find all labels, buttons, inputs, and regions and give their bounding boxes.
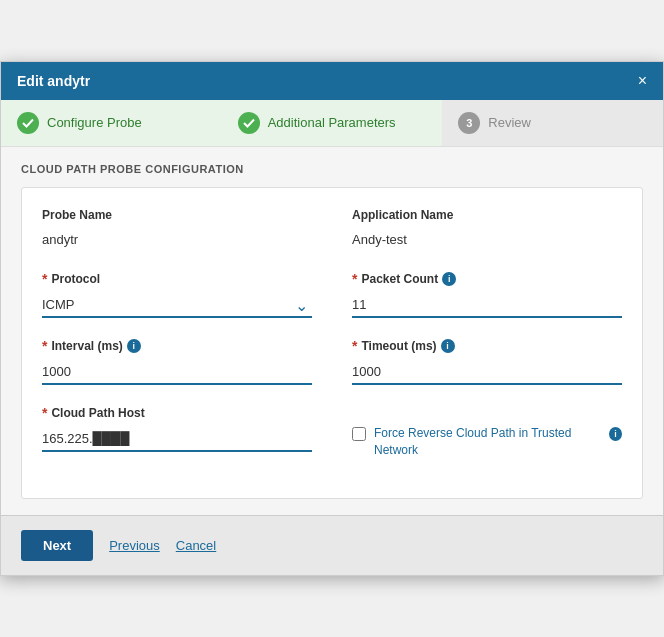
modal-title: Edit andytr [17, 73, 90, 89]
info-icon-interval[interactable]: i [127, 339, 141, 353]
interval-group: * Interval (ms) i [42, 338, 312, 385]
step-circle-1 [17, 112, 39, 134]
timeout-label: * Timeout (ms) i [352, 338, 622, 354]
modal-body: CLOUD PATH PROBE CONFIGURATION Probe Nam… [1, 147, 663, 516]
packet-count-input[interactable] [352, 293, 622, 318]
step-label-2: Additional Parameters [268, 115, 396, 130]
info-icon-force-reverse[interactable]: i [609, 427, 622, 441]
protocol-select[interactable]: ICMP TCP UDP [42, 293, 312, 318]
form-card: Probe Name andytr Application Name Andy-… [21, 187, 643, 500]
modal: Edit andytr × Configure Probe Additional… [0, 61, 664, 577]
required-star-timeout: * [352, 338, 357, 354]
wizard-steps: Configure Probe Additional Parameters 3 … [1, 100, 663, 147]
next-button[interactable]: Next [21, 530, 93, 561]
packet-count-label: * Packet Count i [352, 271, 622, 287]
step-label-3: Review [488, 115, 531, 130]
previous-button[interactable]: Previous [109, 538, 160, 553]
cloud-path-host-input[interactable] [42, 427, 312, 452]
probe-name-label: Probe Name [42, 208, 312, 222]
app-name-label: Application Name [352, 208, 622, 222]
probe-name-value: andytr [42, 228, 312, 251]
interval-label: * Interval (ms) i [42, 338, 312, 354]
wizard-step-2[interactable]: Additional Parameters [222, 100, 443, 146]
form-row-interval: * Interval (ms) i * Timeout (ms) i [42, 338, 622, 385]
force-reverse-label[interactable]: Force Reverse Cloud Path in Trusted Netw… [374, 425, 605, 459]
wizard-step-1[interactable]: Configure Probe [1, 100, 222, 146]
app-name-value: Andy-test [352, 228, 622, 251]
form-row-names: Probe Name andytr Application Name Andy-… [42, 208, 622, 251]
required-star-host: * [42, 405, 47, 421]
protocol-select-wrapper[interactable]: ICMP TCP UDP ⌄ [42, 293, 312, 318]
close-icon[interactable]: × [638, 72, 647, 90]
packet-count-group: * Packet Count i [352, 271, 622, 318]
cloud-path-host-group: * Cloud Path Host [42, 405, 312, 459]
form-row-protocol: * Protocol ICMP TCP UDP ⌄ * [42, 271, 622, 318]
interval-input[interactable] [42, 360, 312, 385]
wizard-step-3[interactable]: 3 Review [442, 100, 663, 146]
app-name-group: Application Name Andy-test [352, 208, 622, 251]
form-row-host: * Cloud Path Host Force Reverse Cloud Pa… [42, 405, 622, 459]
required-star-interval: * [42, 338, 47, 354]
force-reverse-group: Force Reverse Cloud Path in Trusted Netw… [352, 405, 622, 459]
info-icon-timeout[interactable]: i [441, 339, 455, 353]
protocol-group: * Protocol ICMP TCP UDP ⌄ [42, 271, 312, 318]
step-circle-2 [238, 112, 260, 134]
step-label-1: Configure Probe [47, 115, 142, 130]
cancel-button[interactable]: Cancel [176, 538, 216, 553]
timeout-group: * Timeout (ms) i [352, 338, 622, 385]
timeout-input[interactable] [352, 360, 622, 385]
force-reverse-checkbox[interactable] [352, 427, 366, 441]
modal-header: Edit andytr × [1, 62, 663, 100]
modal-footer: Next Previous Cancel [1, 515, 663, 575]
required-star-protocol: * [42, 271, 47, 287]
probe-name-group: Probe Name andytr [42, 208, 312, 251]
force-reverse-row: Force Reverse Cloud Path in Trusted Netw… [352, 425, 622, 459]
section-title: CLOUD PATH PROBE CONFIGURATION [21, 163, 643, 175]
protocol-label: * Protocol [42, 271, 312, 287]
cloud-path-host-label: * Cloud Path Host [42, 405, 312, 421]
step-circle-3: 3 [458, 112, 480, 134]
required-star-packet: * [352, 271, 357, 287]
info-icon-packet[interactable]: i [442, 272, 456, 286]
